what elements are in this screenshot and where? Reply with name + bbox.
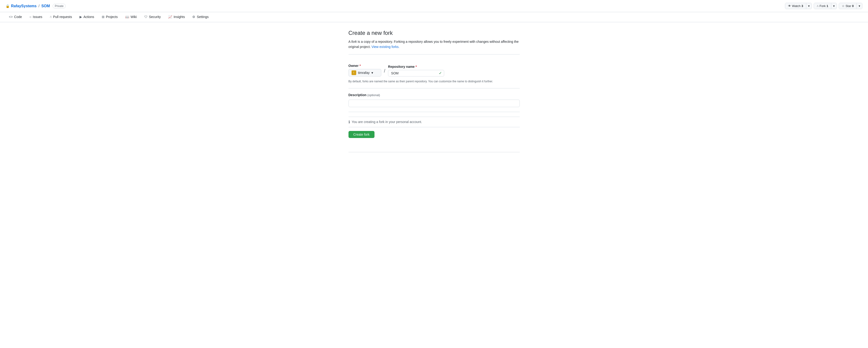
fork-dropdown[interactable]: ▾ (831, 3, 837, 9)
chevron-down-icon-star: ▾ (859, 4, 860, 8)
repo-owner-link[interactable]: RafaySystems (11, 4, 36, 8)
info-text: You are creating a fork in your personal… (352, 120, 422, 124)
fork-button[interactable]: ⑃ Fork 1 (814, 3, 831, 9)
eye-icon: 👁 (788, 4, 791, 8)
top-nav: 🔒 RafaySystems / SOM Private 👁 Watch 3 ▾… (0, 0, 868, 12)
star-dropdown[interactable]: ▾ (857, 3, 862, 9)
insights-icon: 📈 (168, 15, 172, 19)
wiki-icon: 📖 (125, 15, 129, 19)
owner-dropdown-chevron: ▾ (371, 71, 373, 74)
owner-repo-row: Owner * t timrafay ▾ / Repository name *… (348, 64, 520, 76)
repo-name-required-star: * (416, 65, 417, 68)
nav-insights-label: Insights (174, 15, 185, 19)
description-optional: (optional) (367, 93, 380, 97)
repo-sep: / (38, 4, 39, 8)
star-label: Star (845, 4, 851, 8)
watch-label: Watch (792, 4, 800, 8)
main-content: Create a new fork A fork is a copy of a … (343, 22, 525, 160)
nav-insights[interactable]: 📈 Insights (165, 12, 188, 22)
star-count: 0 (852, 4, 854, 8)
fork-count: 1 (827, 4, 828, 8)
nav-projects[interactable]: ⊞ Projects (98, 12, 121, 22)
repo-name-label: Repository name * (388, 65, 444, 68)
owner-select[interactable]: t timrafay ▾ (348, 69, 381, 76)
actions-icon: ▶ (80, 15, 82, 19)
owner-value: timrafay (358, 71, 370, 74)
nav-actions[interactable]: ▶ Actions (76, 12, 97, 22)
description-text-1: A (348, 40, 351, 43)
settings-icon: ⚙ (192, 15, 195, 19)
owner-field-group: Owner * t timrafay ▾ (348, 64, 381, 76)
nav-security-label: Security (149, 15, 161, 19)
view-existing-forks-link[interactable]: View existing forks. (371, 45, 400, 49)
projects-icon: ⊞ (102, 15, 104, 19)
page-description: A fork is a copy of a repository. Forkin… (348, 39, 520, 50)
nav-settings-label: Settings (197, 15, 209, 19)
footer-divider (348, 152, 520, 152)
repo-name-input[interactable] (388, 70, 444, 76)
nav-wiki[interactable]: 📖 Wiki (122, 12, 140, 22)
nav-actions-label: Actions (84, 15, 94, 19)
repo-identity: 🔒 RafaySystems / SOM Private (6, 4, 66, 8)
fork-word: fork (351, 40, 357, 43)
nav-wiki-label: Wiki (130, 15, 136, 19)
description-label: Description (optional) (348, 93, 520, 97)
private-badge: Private (53, 4, 65, 8)
sub-nav: <> Code ○ Issues ⑃ Pull requests ▶ Actio… (0, 12, 868, 22)
issues-icon: ○ (29, 15, 31, 19)
nav-code[interactable]: <> Code (6, 12, 25, 22)
fork-label: Fork (819, 4, 826, 8)
create-fork-button[interactable]: Create fork (348, 131, 374, 138)
watch-button-group: 👁 Watch 3 ▾ (785, 3, 812, 9)
nav-issues-label: Issues (33, 15, 42, 19)
pull-requests-icon: ⑃ (50, 15, 52, 19)
owner-avatar: t (351, 70, 356, 75)
repo-name-link[interactable]: SOM (41, 4, 50, 8)
page-title: Create a new fork (348, 30, 520, 36)
repo-name-field-group: Repository name * ✓ (388, 65, 444, 76)
top-nav-actions: 👁 Watch 3 ▾ ⑃ Fork 1 ▾ ☆ Star 0 (785, 3, 862, 9)
star-button-group: ☆ Star 0 ▾ (839, 3, 862, 9)
star-button[interactable]: ☆ Star 0 (839, 3, 857, 9)
info-box: ℹ You are creating a fork in your person… (348, 117, 520, 127)
description-field-group: Description (optional) (348, 93, 520, 107)
code-icon: <> (9, 15, 12, 19)
section-divider-top (348, 54, 520, 55)
owner-label: Owner * (348, 64, 381, 68)
nav-pull-requests[interactable]: ⑃ Pull requests (46, 12, 75, 22)
repo-name-input-wrapper: ✓ (388, 70, 444, 76)
nav-pull-requests-label: Pull requests (53, 15, 72, 19)
watch-count: 3 (801, 4, 803, 8)
description-input[interactable] (348, 100, 520, 107)
watch-button[interactable]: 👁 Watch 3 (785, 3, 806, 9)
fork-form: Owner * t timrafay ▾ / Repository name *… (348, 59, 520, 143)
nav-projects-label: Projects (106, 15, 118, 19)
watch-dropdown[interactable]: ▾ (806, 3, 812, 9)
check-icon: ✓ (439, 71, 442, 75)
nav-code-label: Code (14, 15, 22, 19)
fork-icon: ⑃ (817, 4, 819, 8)
security-icon: 🛡 (144, 15, 148, 19)
info-icon: ℹ (348, 120, 350, 124)
nav-security[interactable]: 🛡 Security (141, 12, 164, 22)
slash-separator: / (381, 67, 388, 76)
nav-issues[interactable]: ○ Issues (26, 12, 45, 22)
repo-name-help-text: By default, forks are named the same as … (348, 79, 520, 84)
star-icon: ☆ (842, 4, 845, 8)
owner-required-star: * (360, 64, 361, 68)
chevron-down-icon: ▾ (808, 4, 810, 8)
fork-button-group: ⑃ Fork 1 ▾ (814, 3, 837, 9)
lock-icon: 🔒 (6, 4, 9, 8)
nav-settings[interactable]: ⚙ Settings (189, 12, 212, 22)
chevron-down-icon-fork: ▾ (833, 4, 835, 8)
section-divider-after-desc (348, 112, 520, 112)
